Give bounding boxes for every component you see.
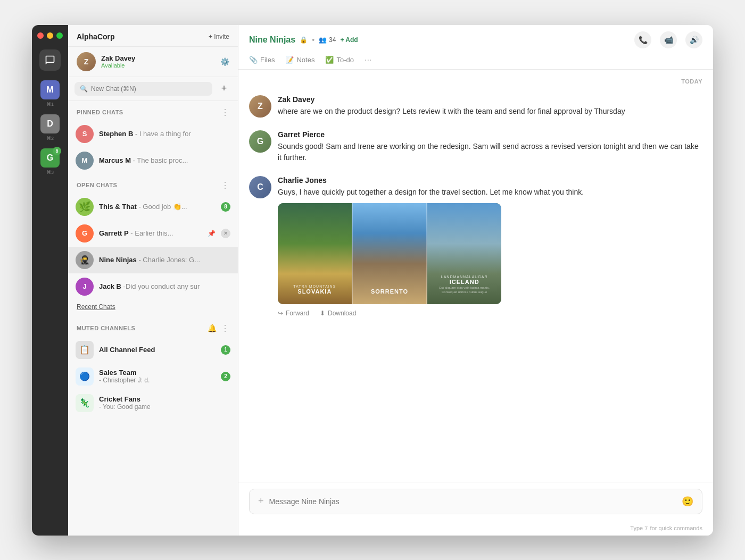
volume-button[interactable]: 🔊	[685, 31, 702, 48]
recent-chats-link[interactable]: Recent Chats	[68, 300, 238, 317]
garret-sender: Garret Pierce	[278, 130, 702, 139]
chat-title-row: Nine Ninjas 🔒 • 👥 34 + Add	[249, 35, 358, 45]
open-section-title: OPEN CHATS	[77, 182, 117, 188]
channel-sales-team[interactable]: 🔵 Sales Team - Christopher J: d. 2	[68, 363, 238, 390]
cricket-fans-name: Cricket Fans	[99, 395, 230, 403]
chat-title: Nine Ninjas	[249, 35, 295, 45]
emoji-button[interactable]: 🙂	[682, 496, 693, 507]
input-plus-icon[interactable]: +	[258, 496, 264, 507]
open-chat-jack[interactable]: J Jack B -Did you conduct any sur	[68, 273, 238, 300]
workspace-m-avatar[interactable]: M	[40, 80, 60, 99]
nine-ninjas-avatar: 🥷	[76, 251, 94, 269]
travel-img-mountains: Tatra Mountains Slovakia	[278, 203, 352, 304]
date-divider: TODAY	[249, 70, 702, 89]
zak-avatar-img: Z	[249, 95, 271, 118]
tab-todo[interactable]: ✅ To-do	[325, 52, 354, 69]
settings-icon[interactable]: ⚙️	[220, 57, 229, 66]
message-zak: Z Zak Davey where are we on the product …	[249, 89, 702, 124]
jack-avatar-img: J	[76, 278, 94, 296]
call-button[interactable]: 📞	[634, 31, 651, 48]
pinned-section-title: PINNED CHATS	[77, 109, 123, 115]
member-info: 👥 34	[319, 36, 336, 44]
garrett-chat-info: Garrett P - Earlier this...	[99, 229, 202, 237]
nine-ninjas-name: Nine Ninjas - Charlie Jones: G...	[99, 256, 230, 264]
add-chat-button[interactable]: +	[217, 81, 231, 96]
zak-msg-avatar: Z	[249, 95, 271, 118]
maximize-traffic-light[interactable]	[56, 32, 63, 39]
search-row: 🔍 +	[68, 77, 238, 101]
open-chat-nine-ninjas[interactable]: 🥷 Nine Ninjas - Charlie Jones: G...	[68, 247, 238, 273]
muted-more-icon[interactable]: ⋮	[221, 323, 229, 333]
zak-msg-content: Zak Davey where are we on the product de…	[278, 95, 702, 118]
sidebar-header: AlphaCorp + Invite	[68, 25, 238, 47]
zak-sender: Zak Davey	[278, 95, 702, 104]
lock-icon: 🔒	[300, 36, 308, 44]
workspace-name: AlphaCorp	[77, 32, 115, 41]
forward-icon: ↪	[278, 310, 283, 317]
open-chats-header: OPEN CHATS ⋮	[68, 174, 238, 194]
this-and-that-avatar-img: 🌿	[76, 198, 94, 216]
messages-area: TODAY Z Zak Davey where are we on the pr…	[238, 70, 713, 482]
forward-button[interactable]: ↪ Forward	[278, 310, 309, 317]
charlie-msg-text: Guys, I have quickly put together a desi…	[278, 187, 702, 198]
chat-nav-icon[interactable]	[39, 49, 61, 71]
muted-icons: 🔔 ⋮	[208, 323, 229, 333]
notes-label: Notes	[296, 56, 314, 64]
channel-cricket-fans[interactable]: 🦎 Cricket Fans - You: Good game	[68, 390, 238, 416]
download-button[interactable]: ⬇ Download	[320, 310, 356, 317]
download-label: Download	[328, 310, 356, 317]
all-feed-name: All Channel Feed	[99, 346, 216, 354]
invite-button[interactable]: + Invite	[209, 33, 229, 40]
workspace-d-avatar[interactable]: D	[40, 114, 60, 133]
search-input[interactable]	[91, 85, 207, 93]
input-box[interactable]: + 🙂	[249, 489, 702, 514]
video-button[interactable]: 📹	[660, 31, 677, 48]
cricket-fans-icon: 🦎	[76, 394, 94, 412]
message-input[interactable]	[269, 497, 676, 506]
muted-section-title: MUTED CHANNELS	[77, 325, 135, 331]
open-chat-this-and-that[interactable]: 🌿 This & That - Good job 👏... 8	[68, 194, 238, 220]
message-garret: G Garret Pierce Sounds good! Sam and Ire…	[249, 124, 702, 170]
open-chat-garrett[interactable]: G Garrett P - Earlier this... 📌 ✕	[68, 220, 238, 247]
garrett-close-icon[interactable]: ✕	[221, 229, 230, 238]
workspace-g-label: ⌘3	[46, 170, 54, 175]
sales-team-name: Sales Team	[99, 369, 216, 377]
charlie-travel-image: Tatra Mountains Slovakia Sorrento Landma	[278, 203, 501, 304]
stephen-name: Stephen B - I have a thing for	[99, 130, 230, 138]
garret-msg-text: Sounds good! Sam and Irene are working o…	[278, 141, 702, 163]
stephen-avatar: S	[76, 125, 94, 143]
sales-team-icon: 🔵	[76, 367, 94, 386]
search-input-wrap[interactable]: 🔍	[74, 82, 212, 96]
charlie-msg-content: Charlie Jones Guys, I have quickly put t…	[278, 176, 702, 317]
message-charlie: C Charlie Jones Guys, I have quickly put…	[249, 170, 702, 323]
user-status: Available	[101, 62, 215, 69]
pinned-section-more-icon[interactable]: ⋮	[221, 107, 229, 118]
close-traffic-light[interactable]	[37, 32, 44, 39]
tab-notes[interactable]: 📝 Notes	[285, 52, 314, 69]
user-info: Zak Davey Available	[101, 54, 215, 69]
open-section-more-icon[interactable]: ⋮	[221, 180, 229, 190]
minimize-traffic-light[interactable]	[47, 32, 53, 39]
marcus-chat-info: Marcus M - The basic proc...	[99, 156, 230, 164]
workspace-m-label: ⌘1	[46, 102, 54, 107]
files-icon: 📎	[249, 56, 258, 64]
sidebar: AlphaCorp + Invite Z Zak Davey Available…	[68, 25, 238, 536]
pinned-chat-marcus[interactable]: M Marcus M - The basic proc...	[68, 147, 238, 174]
add-member-button[interactable]: + Add	[340, 36, 358, 44]
travel-img-iceland: Landmannalaugar Iceland Est aliquam cras…	[427, 203, 501, 304]
tabs-more-icon[interactable]: ···	[365, 55, 371, 65]
search-icon: 🔍	[80, 85, 88, 93]
channel-all-feed[interactable]: 📋 All Channel Feed 1	[68, 337, 238, 363]
this-and-that-info: This & That - Good job 👏...	[99, 203, 216, 211]
chat-header-top: Nine Ninjas 🔒 • 👥 34 + Add 📞 📹 🔊	[249, 31, 702, 48]
pinned-chat-stephen[interactable]: S Stephen B - I have a thing for	[68, 121, 238, 147]
tab-files[interactable]: 📎 Files	[249, 52, 275, 69]
user-name: Zak Davey	[101, 54, 215, 62]
user-row: Z Zak Davey Available ⚙️	[68, 47, 238, 77]
charlie-sender: Charlie Jones	[278, 176, 702, 185]
nine-ninjas-avatar-img: 🥷	[76, 251, 94, 269]
marcus-avatar: M	[76, 152, 94, 170]
muted-bell-icon[interactable]: 🔔	[208, 324, 217, 332]
this-and-that-avatar: 🌿	[76, 198, 94, 216]
slovakia-label: Tatra Mountains Slovakia	[278, 281, 352, 298]
